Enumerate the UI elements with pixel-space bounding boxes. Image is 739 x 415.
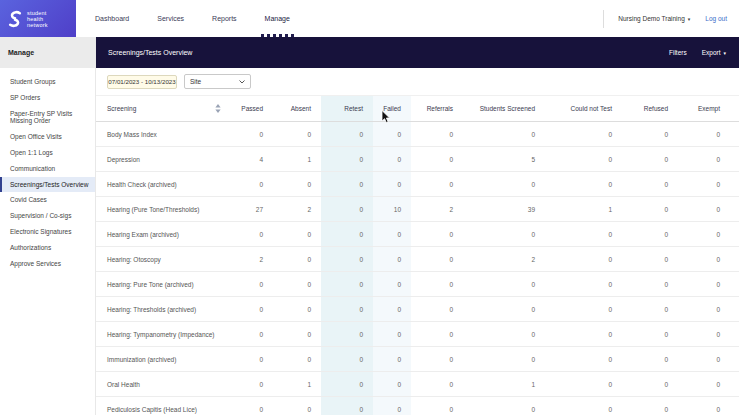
could-not-test-cell: 0 [545,247,622,272]
sidebar-item-authorizations[interactable]: Authorizations [0,240,95,256]
nav-item-dashboard[interactable]: Dashboard [91,0,133,37]
retest-cell: 0 [321,297,373,322]
passed-cell[interactable]: 2 [225,247,273,272]
sidebar-item-open-office-visits[interactable]: Open Office Visits [0,129,95,145]
table-row: Depression410005000 [96,147,739,172]
retest-cell: 0 [321,197,373,222]
main-content: Site ScreeningPassedAbsentRetestFailedRe… [96,68,739,415]
column-header-could-not-test[interactable]: Could not Test [545,96,622,122]
refused-cell: 0 [622,347,678,372]
retest-cell: 0 [321,122,373,147]
column-header-label: Screening [107,105,136,112]
failed-cell: 0 [373,397,411,415]
passed-cell: 0 [225,272,273,297]
column-header-passed[interactable]: Passed [225,96,273,122]
students-screened-cell: 39 [463,197,545,222]
retest-cell: 0 [321,147,373,172]
sidebar-item-supervision-co-sigs[interactable]: Supervision / Co-sigs [0,208,95,224]
filters-button[interactable]: Filters [669,49,687,56]
table-row: Health Check (archived)000000000 [96,172,739,197]
referrals-cell[interactable]: 2 [411,197,463,222]
screening-name-cell: Depression [96,147,225,172]
failed-cell: 0 [373,172,411,197]
screening-name-cell: Hearing: Pure Tone (archived) [96,272,225,297]
app-root: studenthealthnetwork DashboardServicesRe… [0,0,739,415]
main-nav: DashboardServicesReportsManage [91,0,314,37]
column-header-screening[interactable]: Screening [96,96,225,122]
table-row: Body Mass Index000000000 [96,122,739,147]
screening-name-cell: Oral Health [96,372,225,397]
site-select-value: Site [190,78,201,85]
column-header-refused[interactable]: Refused [622,96,678,122]
sidebar-item-approve-services[interactable]: Approve Services [0,256,95,272]
sidebar-item-screenings-tests-overview[interactable]: Screenings/Tests Overview [0,177,95,193]
sidebar: Manage Student GroupsSP OrdersPaper-Entr… [0,37,96,415]
sidebar-item-electronic-signatures[interactable]: Electronic Signatures [0,224,95,240]
column-header-students-screened[interactable]: Students Screened [463,96,545,122]
retest-cell: 0 [321,322,373,347]
absent-cell: 0 [273,222,321,247]
nav-item-reports[interactable]: Reports [208,0,241,37]
referrals-cell: 0 [411,347,463,372]
could-not-test-cell: 0 [545,147,622,172]
sidebar-item-communication[interactable]: Communication [0,161,95,177]
sidebar-item-paper-entry-sp-visits-missing-order[interactable]: Paper-Entry SP Visits Missing Order [0,106,95,130]
absent-cell[interactable]: 1 [273,372,321,397]
exempt-cell: 0 [678,197,739,222]
screening-name-cell: Hearing Exam (archived) [96,222,225,247]
could-not-test-cell: 0 [545,272,622,297]
sidebar-item-open-1-1-logs[interactable]: Open 1:1 Logs [0,145,95,161]
could-not-test-cell: 0 [545,297,622,322]
passed-cell: 0 [225,122,273,147]
table-row: Hearing: Pure Tone (archived)000000000 [96,272,739,297]
retest-cell: 0 [321,247,373,272]
nav-item-services[interactable]: Services [153,0,188,37]
sidebar-nav: Student GroupsSP OrdersPaper-Entry SP Vi… [0,68,95,271]
table-row: Hearing: Tympanometry (Impedance)0000000… [96,322,739,347]
titlebar-actions: Filters Export ▾ [669,49,739,56]
failed-cell: 0 [373,322,411,347]
brand-logo[interactable]: studenthealthnetwork [0,0,76,37]
nav-item-manage[interactable]: Manage [261,0,294,37]
passed-cell[interactable]: 27 [225,197,273,222]
absent-cell: 0 [273,122,321,147]
passed-cell: 0 [225,222,273,247]
column-header-retest[interactable]: Retest [321,96,373,122]
screening-name-cell: Body Mass Index [96,122,225,147]
chevron-down-icon: ▾ [688,16,691,22]
could-not-test-cell[interactable]: 1 [545,197,622,222]
referrals-cell: 0 [411,222,463,247]
absent-cell[interactable]: 2 [273,197,321,222]
export-button[interactable]: Export ▾ [702,49,726,56]
column-header-exempt[interactable]: Exempt [678,96,739,122]
table-row: Hearing Exam (archived)000000000 [96,222,739,247]
account-menu[interactable]: Nursing Demo Training ▾ [618,15,690,22]
sidebar-item-covid-cases[interactable]: Covid Cases [0,192,95,208]
retest-cell: 0 [321,222,373,247]
sidebar-item-sp-orders[interactable]: SP Orders [0,90,95,106]
page-title: Screenings/Tests Overview [96,49,192,56]
column-header-referrals[interactable]: Referrals [411,96,463,122]
site-filter-select[interactable]: Site [184,74,251,89]
logout-link[interactable]: Log out [705,15,727,22]
chevron-down-icon: ▾ [723,50,726,56]
date-range-input[interactable] [107,75,177,89]
absent-cell[interactable]: 1 [273,147,321,172]
column-header-absent[interactable]: Absent [273,96,321,122]
passed-cell[interactable]: 4 [225,147,273,172]
failed-cell[interactable]: 10 [373,197,411,222]
refused-cell: 0 [622,247,678,272]
refused-cell: 0 [622,297,678,322]
chevron-down-icon [239,80,245,84]
absent-cell: 0 [273,297,321,322]
table-row: Pediculosis Capitis (Head Lice)000000000 [96,397,739,415]
could-not-test-cell: 0 [545,222,622,247]
could-not-test-cell: 0 [545,122,622,147]
sort-icon[interactable] [215,104,221,113]
refused-cell: 0 [622,372,678,397]
column-header-failed[interactable]: Failed [373,96,411,122]
export-label: Export [702,49,721,56]
sidebar-item-student-groups[interactable]: Student Groups [0,74,95,90]
students-screened-cell: 0 [463,222,545,247]
screening-name-cell: Pediculosis Capitis (Head Lice) [96,397,225,415]
